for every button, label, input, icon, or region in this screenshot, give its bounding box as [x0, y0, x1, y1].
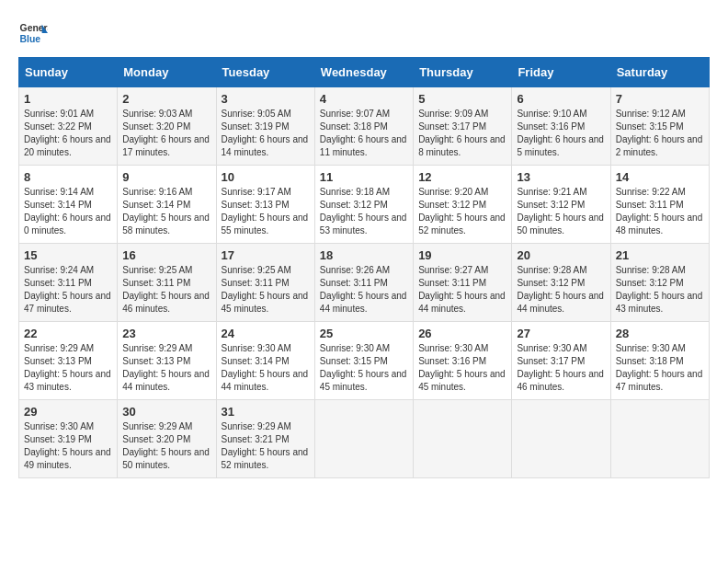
cell-info: Sunrise: 9:12 AM Sunset: 3:15 PM Dayligh…: [616, 108, 704, 159]
logo: General Blue: [18, 18, 51, 48]
cell-info: Sunrise: 9:25 AM Sunset: 3:11 PM Dayligh…: [122, 264, 210, 316]
column-header-sunday: Sunday: [19, 58, 118, 87]
cell-info: Sunrise: 9:01 AM Sunset: 3:22 PM Dayligh…: [24, 108, 112, 159]
cell-info: Sunrise: 9:29 AM Sunset: 3:20 PM Dayligh…: [122, 420, 210, 472]
day-number: 20: [517, 248, 605, 262]
day-number: 1: [24, 92, 112, 106]
calendar-header-row: SundayMondayTuesdayWednesdayThursdayFrid…: [19, 58, 710, 87]
week-row-2: 8 Sunrise: 9:14 AM Sunset: 3:14 PM Dayli…: [19, 166, 710, 244]
day-number: 22: [24, 327, 112, 340]
day-number: 8: [24, 170, 112, 184]
calendar-cell: 27 Sunrise: 9:30 AM Sunset: 3:17 PM Dayl…: [512, 322, 610, 400]
svg-text:Blue: Blue: [20, 34, 41, 44]
cell-info: Sunrise: 9:10 AM Sunset: 3:16 PM Dayligh…: [517, 108, 605, 159]
calendar-cell: 31 Sunrise: 9:29 AM Sunset: 3:21 PM Dayl…: [216, 400, 314, 478]
calendar-cell: [314, 400, 413, 478]
calendar-cell: 21 Sunrise: 9:28 AM Sunset: 3:12 PM Dayl…: [610, 244, 709, 322]
calendar-cell: 24 Sunrise: 9:30 AM Sunset: 3:14 PM Dayl…: [216, 322, 314, 400]
cell-info: Sunrise: 9:27 AM Sunset: 3:11 PM Dayligh…: [418, 264, 506, 316]
calendar-cell: 16 Sunrise: 9:25 AM Sunset: 3:11 PM Dayl…: [118, 244, 216, 322]
calendar-cell: 28 Sunrise: 9:30 AM Sunset: 3:18 PM Dayl…: [610, 322, 709, 400]
day-number: 27: [517, 327, 605, 340]
calendar-cell: 29 Sunrise: 9:30 AM Sunset: 3:19 PM Dayl…: [19, 400, 118, 478]
cell-info: Sunrise: 9:29 AM Sunset: 3:13 PM Dayligh…: [122, 342, 210, 394]
page-header: General Blue: [18, 18, 710, 48]
cell-info: Sunrise: 9:18 AM Sunset: 3:12 PM Dayligh…: [320, 186, 408, 237]
column-header-thursday: Thursday: [414, 58, 512, 87]
calendar-cell: 3 Sunrise: 9:05 AM Sunset: 3:19 PM Dayli…: [216, 87, 314, 166]
cell-info: Sunrise: 9:26 AM Sunset: 3:11 PM Dayligh…: [320, 264, 408, 316]
cell-info: Sunrise: 9:21 AM Sunset: 3:12 PM Dayligh…: [517, 186, 605, 237]
cell-info: Sunrise: 9:09 AM Sunset: 3:17 PM Dayligh…: [418, 108, 506, 159]
day-number: 29: [24, 405, 112, 419]
cell-info: Sunrise: 9:30 AM Sunset: 3:15 PM Dayligh…: [320, 342, 408, 394]
cell-info: Sunrise: 9:30 AM Sunset: 3:16 PM Dayligh…: [418, 342, 506, 394]
cell-info: Sunrise: 9:29 AM Sunset: 3:21 PM Dayligh…: [222, 420, 310, 472]
calendar-cell: 18 Sunrise: 9:26 AM Sunset: 3:11 PM Dayl…: [314, 244, 413, 322]
cell-info: Sunrise: 9:05 AM Sunset: 3:19 PM Dayligh…: [222, 108, 310, 159]
day-number: 14: [616, 170, 704, 184]
cell-info: Sunrise: 9:16 AM Sunset: 3:14 PM Dayligh…: [122, 186, 210, 237]
day-number: 11: [320, 170, 408, 184]
calendar-cell: [414, 400, 512, 478]
column-header-wednesday: Wednesday: [314, 58, 413, 87]
calendar-cell: 22 Sunrise: 9:29 AM Sunset: 3:13 PM Dayl…: [19, 322, 118, 400]
day-number: 26: [418, 327, 506, 340]
cell-info: Sunrise: 9:07 AM Sunset: 3:18 PM Dayligh…: [320, 108, 408, 159]
cell-info: Sunrise: 9:17 AM Sunset: 3:13 PM Dayligh…: [222, 186, 310, 237]
day-number: 6: [517, 92, 605, 106]
calendar-cell: 6 Sunrise: 9:10 AM Sunset: 3:16 PM Dayli…: [512, 87, 610, 166]
day-number: 24: [222, 327, 310, 340]
day-number: 21: [616, 248, 704, 262]
day-number: 30: [122, 405, 210, 419]
week-row-3: 15 Sunrise: 9:24 AM Sunset: 3:11 PM Dayl…: [19, 244, 710, 322]
calendar-cell: 2 Sunrise: 9:03 AM Sunset: 3:20 PM Dayli…: [118, 87, 216, 166]
calendar-cell: 26 Sunrise: 9:30 AM Sunset: 3:16 PM Dayl…: [414, 322, 512, 400]
calendar-cell: 14 Sunrise: 9:22 AM Sunset: 3:11 PM Dayl…: [610, 166, 709, 244]
cell-info: Sunrise: 9:20 AM Sunset: 3:12 PM Dayligh…: [418, 186, 506, 237]
calendar-cell: 1 Sunrise: 9:01 AM Sunset: 3:22 PM Dayli…: [19, 87, 118, 166]
column-header-monday: Monday: [118, 58, 216, 87]
calendar-cell: 8 Sunrise: 9:14 AM Sunset: 3:14 PM Dayli…: [19, 166, 118, 244]
cell-info: Sunrise: 9:24 AM Sunset: 3:11 PM Dayligh…: [24, 264, 112, 316]
day-number: 15: [24, 248, 112, 262]
day-number: 18: [320, 248, 408, 262]
cell-info: Sunrise: 9:14 AM Sunset: 3:14 PM Dayligh…: [24, 186, 112, 237]
calendar-cell: 7 Sunrise: 9:12 AM Sunset: 3:15 PM Dayli…: [610, 87, 709, 166]
day-number: 28: [616, 327, 704, 340]
calendar-cell: [512, 400, 610, 478]
day-number: 10: [222, 170, 310, 184]
calendar-table: SundayMondayTuesdayWednesdayThursdayFrid…: [18, 57, 710, 478]
week-row-1: 1 Sunrise: 9:01 AM Sunset: 3:22 PM Dayli…: [19, 87, 710, 166]
calendar-cell: 17 Sunrise: 9:25 AM Sunset: 3:11 PM Dayl…: [216, 244, 314, 322]
cell-info: Sunrise: 9:28 AM Sunset: 3:12 PM Dayligh…: [517, 264, 605, 316]
day-number: 16: [122, 248, 210, 262]
cell-info: Sunrise: 9:30 AM Sunset: 3:14 PM Dayligh…: [222, 342, 310, 394]
day-number: 25: [320, 327, 408, 340]
logo-icon: General Blue: [18, 18, 48, 48]
day-number: 23: [122, 327, 210, 340]
cell-info: Sunrise: 9:30 AM Sunset: 3:17 PM Dayligh…: [517, 342, 605, 394]
cell-info: Sunrise: 9:29 AM Sunset: 3:13 PM Dayligh…: [24, 342, 112, 394]
calendar-cell: 15 Sunrise: 9:24 AM Sunset: 3:11 PM Dayl…: [19, 244, 118, 322]
calendar-cell: 19 Sunrise: 9:27 AM Sunset: 3:11 PM Dayl…: [414, 244, 512, 322]
cell-info: Sunrise: 9:30 AM Sunset: 3:18 PM Dayligh…: [616, 342, 704, 394]
day-number: 2: [122, 92, 210, 106]
calendar-cell: 11 Sunrise: 9:18 AM Sunset: 3:12 PM Dayl…: [314, 166, 413, 244]
week-row-5: 29 Sunrise: 9:30 AM Sunset: 3:19 PM Dayl…: [19, 400, 710, 478]
calendar-cell: 23 Sunrise: 9:29 AM Sunset: 3:13 PM Dayl…: [118, 322, 216, 400]
day-number: 9: [122, 170, 210, 184]
column-header-tuesday: Tuesday: [216, 58, 314, 87]
calendar-cell: 25 Sunrise: 9:30 AM Sunset: 3:15 PM Dayl…: [314, 322, 413, 400]
day-number: 19: [418, 248, 506, 262]
day-number: 5: [418, 92, 506, 106]
week-row-4: 22 Sunrise: 9:29 AM Sunset: 3:13 PM Dayl…: [19, 322, 710, 400]
calendar-cell: 20 Sunrise: 9:28 AM Sunset: 3:12 PM Dayl…: [512, 244, 610, 322]
calendar-cell: 12 Sunrise: 9:20 AM Sunset: 3:12 PM Dayl…: [414, 166, 512, 244]
calendar-cell: [610, 400, 709, 478]
cell-info: Sunrise: 9:03 AM Sunset: 3:20 PM Dayligh…: [122, 108, 210, 159]
day-number: 13: [517, 170, 605, 184]
calendar-cell: 5 Sunrise: 9:09 AM Sunset: 3:17 PM Dayli…: [414, 87, 512, 166]
calendar-cell: 13 Sunrise: 9:21 AM Sunset: 3:12 PM Dayl…: [512, 166, 610, 244]
day-number: 31: [222, 405, 310, 419]
